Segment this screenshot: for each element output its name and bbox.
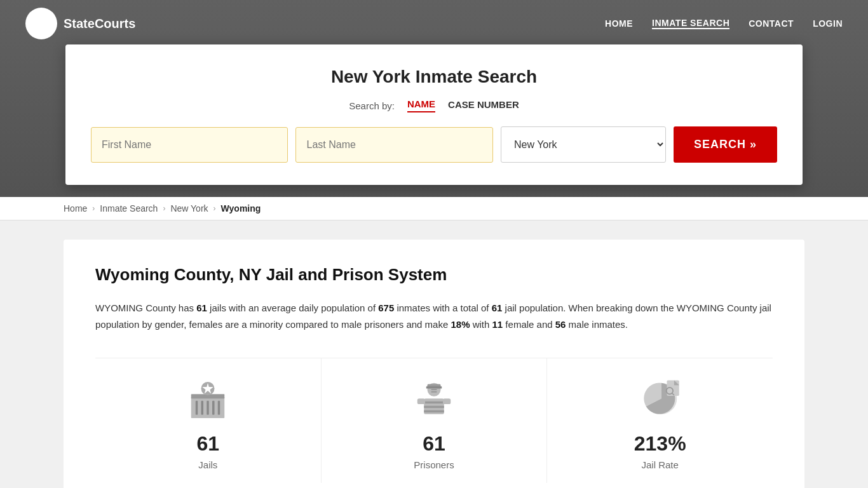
nav-contact[interactable]: CONTACT [749,18,794,29]
desc-intro: WYOMING County has [95,302,196,313]
svg-rect-3 [207,401,210,415]
main-content: Wyoming County, NY Jail and Prison Syste… [0,220,868,488]
breadcrumb-current: Wyoming [221,203,261,214]
svg-rect-13 [424,402,444,404]
desc-mid1: jails with an average daily population o… [207,302,378,313]
stat-jails-label: Jails [198,459,217,470]
search-button[interactable]: SEARCH » [674,126,777,163]
county-description: WYOMING County has 61 jails with an aver… [95,300,773,332]
desc-mid2: inmates with a total of [394,302,491,313]
breadcrumb-sep-2: › [163,204,165,213]
top-navigation: 🏛 StateCourts HOME INMATE SEARCH CONTACT… [0,0,868,47]
desc-female-count: 11 [492,319,503,330]
svg-rect-14 [424,406,444,409]
breadcrumb-sep-3: › [214,204,216,213]
nav-links: HOME INMATE SEARCH CONTACT LOGIN [605,18,843,29]
nav-login[interactable]: LOGIN [813,18,843,29]
content-card: Wyoming County, NY Jail and Prison Syste… [64,240,804,488]
stat-jail-rate-label: Jail Rate [642,459,679,470]
breadcrumb-home[interactable]: Home [64,203,87,214]
breadcrumb-new-york[interactable]: New York [170,203,208,214]
desc-female-pct: 18% [451,319,470,330]
breadcrumb: Home › Inmate Search › New York › Wyomin… [0,197,868,220]
desc-mid4: with [470,319,492,330]
search-by-row: Search by: NAME CASE NUMBER [91,98,777,112]
logo-icon: 🏛 [25,8,57,39]
stats-row: 61 Jails [95,358,773,483]
stat-prisoners-number: 61 [423,432,445,456]
svg-rect-11 [426,386,442,389]
state-select[interactable]: New York Alabama Alaska California Flori… [501,126,666,163]
svg-rect-16 [417,398,425,404]
prisoner-icon [412,377,456,422]
desc-male-count: 56 [555,319,566,330]
desc-mid5: female and [503,319,555,330]
search-card: New York Inmate Search Search by: NAME C… [65,44,803,185]
logo[interactable]: 🏛 StateCourts [25,8,135,39]
desc-total-jail: 61 [492,302,503,313]
nav-home[interactable]: HOME [605,18,633,29]
nav-inmate-search[interactable]: INMATE SEARCH [652,18,729,29]
desc-avg-pop: 675 [378,302,394,313]
breadcrumb-sep-1: › [92,204,95,213]
first-name-input[interactable] [91,127,288,163]
breadcrumb-inmate-search[interactable]: Inmate Search [100,203,158,214]
stat-jail-rate: 213% Jail Rate [547,358,773,483]
search-inputs-row: New York Alabama Alaska California Flori… [91,126,777,163]
stat-prisoners: 61 Prisoners [322,358,548,483]
tab-name[interactable]: NAME [407,98,435,112]
chart-icon [638,377,682,422]
stat-prisoners-label: Prisoners [414,459,454,470]
stat-jails-number: 61 [197,432,220,456]
last-name-input[interactable] [295,127,492,163]
svg-rect-1 [196,401,198,415]
desc-end: male inmates. [566,319,628,330]
svg-rect-2 [201,401,204,415]
logo-text: StateCourts [64,17,135,31]
svg-rect-17 [443,398,451,404]
tab-case-number[interactable]: CASE NUMBER [448,99,519,112]
jail-icon [186,377,230,422]
search-by-label: Search by: [349,100,395,111]
svg-rect-15 [424,410,444,413]
header: COURTHOUSE 🏛 StateCourts HOME INMATE SEA… [0,0,868,197]
search-card-title: New York Inmate Search [91,67,777,87]
stat-jail-rate-number: 213% [634,432,686,456]
stat-jails: 61 Jails [95,358,322,483]
svg-rect-4 [212,401,215,415]
desc-jails-count: 61 [196,302,207,313]
svg-rect-5 [218,401,220,415]
county-title: Wyoming County, NY Jail and Prison Syste… [95,265,773,285]
